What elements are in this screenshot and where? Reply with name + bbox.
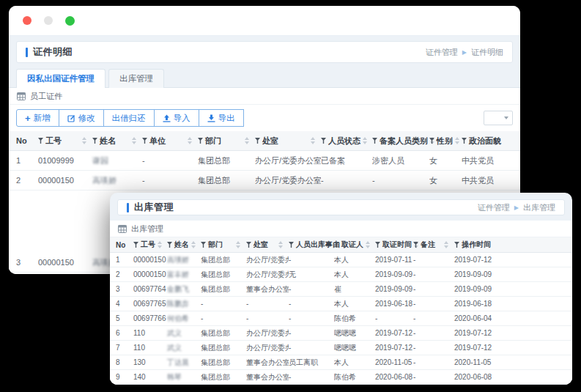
column-header[interactable]: 人员状态 [321, 136, 372, 147]
table-cell: 集团总部 [198, 155, 255, 166]
filter-funnel-icon[interactable] [133, 242, 138, 248]
column-header[interactable]: 工号 [133, 240, 167, 250]
table-cell: 本人 [334, 358, 375, 368]
sort-carets-icon[interactable] [132, 137, 136, 144]
filter-funnel-icon[interactable] [334, 242, 339, 248]
column-header[interactable]: 操作时间 [454, 240, 557, 250]
filter-funnel-icon[interactable] [429, 138, 434, 144]
filter-funnel-icon[interactable] [92, 138, 97, 144]
table-row[interactable]: 101009999谢园-集团总部办公厅/党委办公室已备案涉密人员女中共党员 [9, 151, 520, 171]
sort-carets-icon[interactable] [366, 241, 370, 248]
edit-button[interactable]: 修改 [59, 109, 104, 127]
table-cell: 办公厅/党委办公室 [246, 343, 289, 353]
sort-carets-icon[interactable] [158, 241, 162, 248]
table-header-row: No工号姓名单位部门处室人员状态备案人员类别性别政治面貌 [9, 131, 520, 151]
table-cell: 2020-06-08 [454, 373, 557, 381]
column-header[interactable]: 处室 [255, 136, 321, 147]
table-row[interactable]: 300697764金鹏飞集团总部董事会办公室-崔2019-09-09-2019-… [110, 282, 572, 297]
sort-carets-icon[interactable] [444, 241, 448, 248]
breadcrumb-root[interactable]: 证件管理 [426, 47, 458, 58]
column-header[interactable]: 部门 [201, 240, 246, 250]
maximize-window-button[interactable] [65, 16, 75, 26]
title-accent-bar [127, 203, 129, 212]
close-window-button[interactable] [23, 16, 32, 25]
table-row[interactable]: 400697765陈鹏弃---本人2019-06-18-2019-06-18 [110, 297, 572, 311]
table-section-header: 员工证件 [9, 88, 520, 105]
table-row[interactable]: 6110武义集团总部办公厅/党委办公室-嗯嗯嗯2019-07-12-2019-0… [110, 326, 572, 341]
filter-funnel-icon[interactable] [255, 138, 260, 144]
sort-carets-icon[interactable] [245, 137, 249, 144]
filter-select[interactable] [484, 111, 513, 125]
edit-icon [67, 114, 75, 122]
table-cell: 本人 [334, 299, 375, 309]
table-cell: 140 [133, 373, 167, 381]
table-cell: - [289, 344, 334, 352]
column-header[interactable]: 人员出库事由 [289, 240, 334, 250]
column-header[interactable]: 性别 [429, 136, 462, 147]
tab-outbound-management[interactable]: 出库管理 [108, 69, 164, 88]
table-header-row: No工号姓名部门处室人员出库事由取证人取证时间备注操作时间 [110, 237, 572, 253]
filter-funnel-icon[interactable] [372, 138, 377, 144]
sort-carets-icon[interactable] [82, 137, 86, 144]
table-row[interactable]: 500697766何伯希---陈伯希--2020-06-04 [110, 311, 572, 326]
column-header[interactable]: 备案人员类别 [372, 136, 429, 147]
table-cell: - [413, 270, 454, 278]
column-header[interactable]: 工号 [38, 136, 92, 147]
table-cell: 5 [116, 314, 133, 322]
table-cell: - [289, 300, 334, 308]
table-row[interactable]: 200000150高瑛娇-集团总部办公厅/党委办公室--女中共党员 [9, 171, 520, 191]
filter-funnel-icon[interactable] [246, 242, 251, 248]
window-chrome [9, 6, 520, 36]
add-button[interactable]: + 新增 [16, 109, 59, 127]
table-row[interactable]: 7110武义集团总部办公厅/党委办公室-嗯嗯嗯2019-07-12-2019-0… [110, 341, 572, 355]
lend-return-button[interactable]: 出借归还 [103, 109, 155, 127]
filter-funnel-icon[interactable] [167, 242, 172, 248]
minimize-window-button[interactable] [44, 16, 53, 25]
column-header[interactable]: 取证人 [334, 240, 375, 250]
column-header[interactable]: 姓名 [167, 240, 201, 250]
filter-funnel-icon[interactable] [413, 242, 418, 248]
export-button[interactable]: 导出 [199, 109, 244, 127]
table-section-header: 出库管理 [110, 221, 572, 237]
table-row[interactable]: 8130丁达晨集团总部董事会办公室员工离职本人2020-11-05-2020-1… [110, 355, 572, 370]
sort-carets-icon[interactable] [455, 137, 459, 144]
table-row[interactable]: 100000150高瑛娇集团总部办公厅/党委办公室-本人2019-07-11-2… [110, 253, 572, 267]
column-header-label: 性别 [437, 136, 453, 147]
table-cell: - [413, 329, 454, 337]
filter-funnel-icon[interactable] [289, 242, 294, 248]
sort-carets-icon[interactable] [236, 241, 240, 248]
column-header[interactable]: 取证时间 [375, 240, 413, 250]
table-cell: 2 [116, 270, 133, 278]
filter-funnel-icon[interactable] [142, 138, 147, 144]
sort-carets-icon[interactable] [191, 241, 196, 248]
filter-funnel-icon[interactable] [454, 242, 459, 248]
tab-private-overseas-certificates[interactable]: 因私出国证件管理 [16, 69, 106, 88]
filter-funnel-icon[interactable] [38, 138, 43, 144]
filter-funnel-icon[interactable] [201, 242, 206, 248]
filter-funnel-icon[interactable] [321, 138, 326, 144]
table-row[interactable]: 200000150富丰娇集团总部办公厅/党委办公室无本人2019-09-09-2… [110, 267, 572, 282]
filter-funnel-icon[interactable] [375, 242, 380, 248]
sort-carets-icon[interactable] [188, 137, 192, 144]
table-cell: 2020-06-04 [454, 314, 557, 322]
column-header[interactable]: 备注 [413, 240, 454, 250]
sort-carets-icon[interactable] [363, 137, 367, 144]
import-button[interactable]: 导入 [154, 109, 199, 127]
table-cell: 办公厅/党委办公室 [246, 255, 289, 265]
column-header[interactable]: 政治面貌 [462, 136, 513, 147]
table-cell: 1 [16, 156, 38, 165]
breadcrumb-root[interactable]: 证件管理 [478, 202, 510, 213]
sort-carets-icon[interactable] [311, 137, 315, 144]
column-header[interactable]: 处室 [246, 240, 289, 250]
filter-funnel-icon[interactable] [198, 138, 203, 144]
table-cell: 办公厅/党委办公室 [246, 270, 289, 280]
column-header[interactable]: 部门 [198, 136, 255, 147]
table-cell: - [289, 285, 334, 293]
filter-funnel-icon[interactable] [462, 138, 467, 144]
table-cell: 110 [133, 344, 167, 352]
sort-carets-icon[interactable] [278, 241, 283, 248]
table-row[interactable]: 9140韩琴集团总部董事会办公室-陈伯希2020-06-08-2020-06-0… [110, 370, 572, 385]
column-header[interactable]: 姓名 [92, 136, 142, 147]
column-header[interactable]: 单位 [142, 136, 198, 147]
table-cell: - [413, 300, 454, 308]
